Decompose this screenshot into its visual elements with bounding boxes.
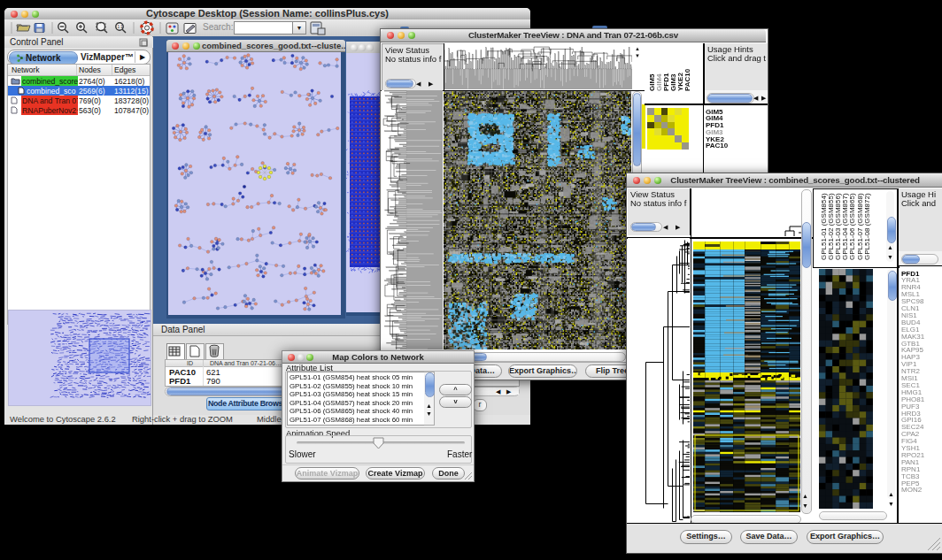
svg-text:1:1: 1:1 [118, 25, 124, 29]
